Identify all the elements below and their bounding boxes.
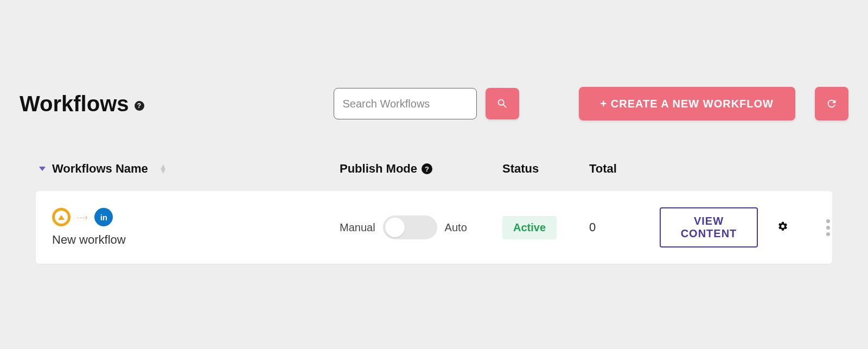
- refresh-icon: [826, 98, 838, 110]
- help-icon[interactable]: ?: [422, 163, 432, 174]
- page-title: Workflows: [20, 92, 129, 116]
- help-icon[interactable]: ?: [135, 101, 144, 111]
- search-icon: [496, 98, 508, 110]
- workflow-pipeline-icons: ···› in: [52, 208, 340, 226]
- cell-total: 0: [589, 220, 643, 234]
- column-mode-label: Publish Mode: [340, 162, 417, 176]
- publish-mode-toggle[interactable]: [383, 215, 437, 239]
- status-badge: Active: [502, 216, 557, 239]
- source-app-icon: [52, 208, 71, 226]
- cell-publish-mode: Manual Auto: [340, 215, 502, 239]
- mode-auto-label: Auto: [445, 221, 467, 234]
- search-input[interactable]: [334, 88, 477, 119]
- mode-manual-label: Manual: [340, 221, 375, 234]
- column-header-total: Total: [589, 162, 643, 176]
- filter-caret-icon: [39, 167, 46, 171]
- create-workflow-button[interactable]: + CREATE A NEW WORKFLOW: [579, 87, 795, 120]
- settings-button[interactable]: [777, 221, 788, 234]
- destination-app-icon: in: [94, 208, 113, 226]
- column-header-publish-mode: Publish Mode ?: [340, 162, 502, 176]
- column-total-label: Total: [589, 162, 617, 175]
- cell-name: ···› in New workflow: [36, 208, 340, 247]
- column-header-status: Status: [502, 162, 589, 176]
- table-header: Workflows Name ▲▼ Publish Mode ? Status …: [36, 151, 832, 191]
- gear-icon: [777, 221, 788, 232]
- column-status-label: Status: [502, 162, 539, 175]
- sort-icon[interactable]: ▲▼: [159, 164, 168, 173]
- toggle-knob: [385, 218, 405, 237]
- search-group: [334, 88, 519, 119]
- more-actions-button[interactable]: [824, 217, 832, 238]
- arrow-icon: ···›: [77, 213, 88, 221]
- cell-status: Active: [502, 216, 589, 239]
- kebab-dot: [826, 232, 830, 236]
- search-button[interactable]: [486, 88, 519, 119]
- column-name-label: Workflows Name: [52, 162, 148, 176]
- workflow-name[interactable]: New workflow: [52, 233, 340, 247]
- kebab-dot: [826, 226, 830, 230]
- kebab-dot: [826, 219, 830, 223]
- table-area: Workflows Name ▲▼ Publish Mode ? Status …: [20, 151, 848, 264]
- table-row: ···› in New workflow Manual Auto Active …: [36, 191, 832, 264]
- page-title-wrap: Workflows ?: [20, 92, 144, 116]
- cell-actions: VIEW CONTENT: [643, 207, 832, 248]
- view-content-button[interactable]: VIEW CONTENT: [660, 207, 758, 248]
- refresh-button[interactable]: [815, 87, 848, 120]
- header-row: Workflows ? + CREATE A NEW WORKFLOW: [20, 87, 848, 120]
- column-header-name[interactable]: Workflows Name ▲▼: [36, 162, 340, 176]
